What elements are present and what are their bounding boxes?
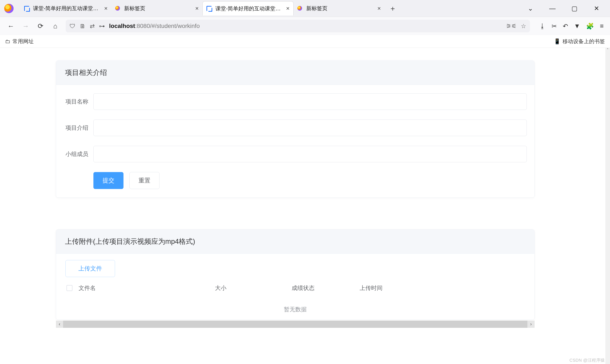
qr-icon[interactable]: ⚞⚟ — [506, 23, 516, 30]
close-icon[interactable]: × — [378, 5, 381, 12]
bookmark-label: 常用网址 — [13, 38, 34, 45]
new-tab-button[interactable]: ＋ — [388, 4, 397, 13]
window-maximize-button[interactable]: ▢ — [571, 5, 578, 12]
horizontal-scrollbar[interactable]: ‹ › — [56, 321, 535, 328]
downloads-icon[interactable]: ⭳ — [539, 22, 546, 30]
app-menu-icon[interactable]: ≡ — [600, 22, 604, 30]
firefox-logo-icon — [4, 4, 14, 13]
project-name-label: 项目名称 — [64, 98, 94, 105]
bookmark-label: 移动设备上的书签 — [563, 38, 605, 45]
screenshot-icon[interactable]: ✂ — [552, 22, 557, 30]
bookmarks-bar: 🗀 常用网址 📱 移动设备上的书签 — [0, 35, 610, 48]
home-button[interactable]: ⌂ — [51, 22, 60, 30]
close-icon[interactable]: × — [104, 5, 108, 12]
table-empty-text: 暂无数据 — [56, 295, 534, 320]
shield-icon[interactable]: 🛡 — [69, 23, 75, 30]
tab-title: 课堂-简单好用的互动课堂管理 — [216, 5, 282, 12]
watermark-text: CSDN @汪程序猿 — [569, 357, 605, 363]
window-minimize-button[interactable]: ― — [549, 5, 556, 12]
firefox-favicon-icon — [115, 6, 120, 11]
bookmark-folder-mobile[interactable]: 📱 移动设备上的书签 — [554, 38, 605, 45]
back-button[interactable]: ← — [6, 22, 15, 30]
mobile-icon: 📱 — [554, 38, 560, 44]
tab-title: 新标签页 — [306, 5, 374, 12]
reset-button[interactable]: 重置 — [129, 172, 160, 189]
project-name-input[interactable] — [94, 93, 527, 110]
url-rest: :8080/#/student/workinfo — [135, 23, 200, 29]
reload-button[interactable]: ⟳ — [36, 22, 45, 30]
scroll-up-icon[interactable]: ˄ — [605, 48, 610, 52]
col-size: 大小 — [215, 284, 292, 292]
col-time: 上传时间 — [360, 284, 530, 292]
project-intro-input[interactable] — [94, 119, 527, 136]
bookmark-folder-common[interactable]: 🗀 常用网址 — [5, 38, 34, 45]
undo-icon[interactable]: ↶ — [563, 22, 568, 30]
tab-title: 课堂-简单好用的互动课堂管理 — [33, 5, 100, 12]
tab-2[interactable]: 课堂-简单好用的互动课堂管理 × — [203, 1, 294, 15]
col-status: 成绩状态 — [292, 284, 360, 292]
key-icon[interactable]: ⊶ — [99, 23, 105, 30]
url-bar[interactable]: 🛡 🗎 ⇄ ⊶ localhost:8080/#/student/workinf… — [66, 20, 530, 32]
tab-0[interactable]: 课堂-简单好用的互动课堂管理 × — [20, 1, 111, 15]
close-icon[interactable]: × — [195, 5, 199, 12]
col-filename: 文件名 — [79, 284, 215, 292]
team-members-input[interactable] — [94, 146, 527, 162]
window-close-button[interactable]: ✕ — [593, 5, 600, 12]
submit-button[interactable]: 提交 — [94, 172, 123, 189]
toolbar-extensions: ⭳ ✂ ↶ ▼ 🧩 ≡ — [539, 22, 604, 30]
card-title: 项目相关介绍 — [56, 61, 534, 85]
vertical-scrollbar[interactable]: ˄ — [605, 48, 610, 364]
forward-button[interactable]: → — [21, 22, 30, 30]
extensions-icon[interactable]: 🧩 — [586, 22, 594, 30]
vue-devtools-icon[interactable]: ▼ — [574, 22, 580, 30]
close-icon[interactable]: × — [286, 5, 290, 12]
url-text: localhost:8080/#/student/workinfo — [109, 23, 502, 29]
bookmark-star-icon[interactable]: ☆ — [521, 23, 526, 30]
scroll-left-icon[interactable]: ‹ — [56, 321, 63, 328]
app-favicon-icon — [206, 6, 212, 11]
page-info-icon[interactable]: 🗎 — [80, 23, 86, 30]
tab-title: 新标签页 — [124, 5, 191, 12]
team-members-label: 小组成员 — [64, 150, 94, 158]
browser-tabbar: 课堂-简单好用的互动课堂管理 × 新标签页 × 课堂-简单好用的互动课堂管理 ×… — [0, 0, 610, 17]
permissions-icon[interactable]: ⇄ — [90, 23, 95, 30]
scroll-right-icon[interactable]: › — [527, 321, 535, 328]
upload-file-button[interactable]: 上传文件 — [66, 260, 115, 277]
scroll-track[interactable] — [63, 321, 527, 328]
tab-1[interactable]: 新标签页 × — [111, 1, 203, 15]
upload-card: 上传附件(上传项目演示视频应为mp4格式) 上传文件 文件名 大小 成绩状态 上… — [56, 229, 535, 320]
project-intro-label: 项目介绍 — [64, 124, 94, 132]
tab-3[interactable]: 新标签页 × — [294, 1, 385, 15]
firefox-favicon-icon — [297, 6, 302, 11]
browser-navbar: ← → ⟳ ⌂ 🛡 🗎 ⇄ ⊶ localhost:8080/#/student… — [0, 17, 610, 35]
url-host: localhost — [109, 23, 135, 29]
project-form-card: 项目相关介绍 项目名称 项目介绍 小组成员 提交 重置 — [56, 61, 535, 198]
tabs-dropdown-icon[interactable]: ⌄ — [527, 5, 534, 12]
card-title: 上传附件(上传项目演示视频应为mp4格式) — [56, 230, 534, 254]
attachments-table-header: 文件名 大小 成绩状态 上传时间 — [56, 281, 534, 295]
folder-icon: 🗀 — [5, 38, 10, 44]
select-all-checkbox[interactable] — [67, 285, 72, 291]
app-favicon-icon — [24, 6, 29, 11]
